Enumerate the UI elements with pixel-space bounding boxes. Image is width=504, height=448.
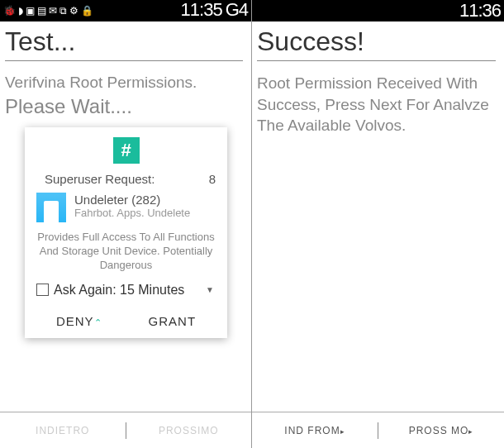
- hangouts-icon: ▣: [26, 5, 35, 17]
- left-pane: 🐞 ◗ ▣ ▤ ✉ ⧉ ⚙ 🔒 ⊖ ▾ 3G ◢ ▮ 11:35G4 Test.…: [0, 0, 252, 448]
- dialog-icon-row: #: [33, 137, 219, 164]
- footer-bar: INDIETRO PROSSIMO: [0, 412, 251, 448]
- status-clock: 11:35G4: [176, 0, 248, 21]
- status-icons-left: 🐞 ◗ ▣ ▤ ✉ ⧉ ⚙ 🔒: [3, 5, 93, 17]
- permission-description: Provides Full Access To All Functions An…: [33, 229, 219, 279]
- grant-button[interactable]: GRANT: [142, 311, 203, 331]
- status-clock: 11:36: [459, 0, 501, 21]
- chat-icon: ▤: [37, 5, 46, 17]
- back-button[interactable]: IND FROM▸: [252, 412, 378, 448]
- right-content: Success! Root Permission Received With S…: [252, 21, 504, 412]
- page-title: Success!: [257, 26, 496, 57]
- ask-again-row[interactable]: Ask Again: 15 Minutes ▼: [33, 279, 219, 306]
- next-button[interactable]: PROSSIMO: [126, 412, 252, 448]
- footer-bar: IND FROM▸ PROSS MO▸: [252, 412, 504, 448]
- android-icon: 🐞: [3, 5, 16, 17]
- status-text: Verifvina Root Permissions.: [5, 73, 243, 93]
- ask-again-label: Ask Again: 15 Minutes: [54, 283, 184, 298]
- success-text: Root Permission Received With Success, P…: [257, 73, 496, 136]
- next-button[interactable]: PROSS MO▸: [378, 412, 504, 448]
- title-rule: [257, 60, 496, 61]
- mail-icon: ✉: [49, 5, 57, 17]
- dropbox-icon: ⧉: [59, 5, 67, 17]
- settings-icon: ⚙: [69, 5, 78, 17]
- wait-text: Please Wait....: [5, 95, 243, 118]
- superuser-dialog: # Superuser Request: 8 Undeleter (282) F…: [25, 127, 227, 338]
- app-publisher: Fahrbot. Apps. Undelete: [74, 207, 216, 219]
- title-rule: [5, 60, 243, 61]
- back-button[interactable]: INDIETRO: [0, 412, 126, 448]
- deny-button[interactable]: DENY⌃: [50, 311, 109, 331]
- app-name: Undeleter (282): [74, 193, 216, 207]
- ask-again-checkbox[interactable]: [36, 284, 49, 296]
- split-container: 🐞 ◗ ▣ ▤ ✉ ⧉ ⚙ 🔒 ⊖ ▾ 3G ◢ ▮ 11:35G4 Test.…: [0, 0, 504, 448]
- su-label: Superuser Request:: [45, 172, 155, 186]
- su-countdown: 8: [209, 172, 216, 186]
- page-title: Test...: [5, 26, 243, 57]
- su-request-row: Superuser Request: 8: [33, 172, 219, 193]
- lock-icon: 🔒: [81, 5, 93, 17]
- chevron-down-icon[interactable]: ▼: [206, 285, 214, 294]
- caret-icon: ⌃: [94, 317, 102, 327]
- telegram-icon: ◗: [18, 5, 23, 17]
- dialog-actions: DENY⌃ GRANT: [33, 306, 219, 331]
- trash-icon: [44, 201, 59, 222]
- app-info: Undeleter (282) Fahrbot. Apps. Undelete: [74, 193, 216, 222]
- status-bar: 11:36: [252, 0, 504, 21]
- right-pane: 11:36 Success! Root Permission Received …: [252, 0, 504, 448]
- app-row: Undeleter (282) Fahrbot. Apps. Undelete: [33, 193, 219, 229]
- app-icon: [36, 193, 66, 222]
- hash-icon: #: [113, 137, 140, 164]
